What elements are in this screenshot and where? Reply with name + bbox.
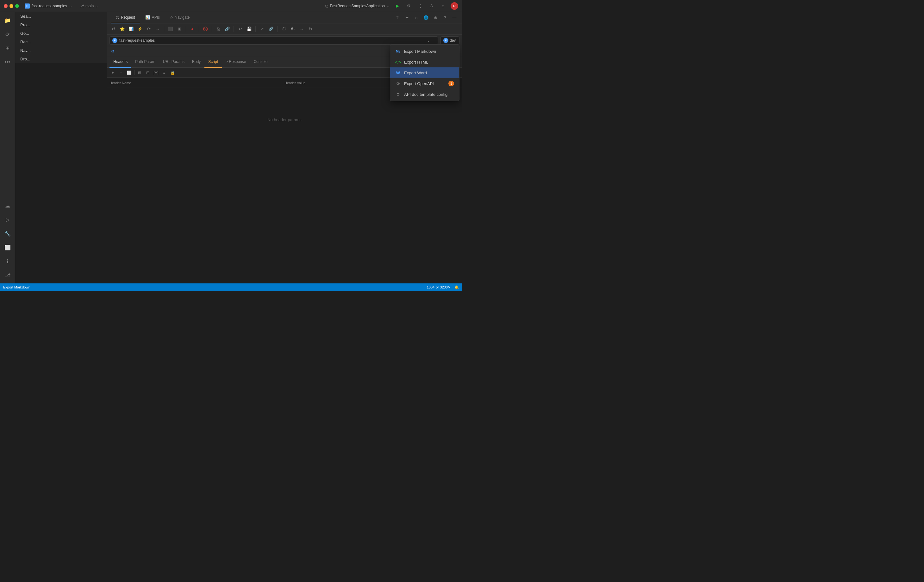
export-word-label: Export Word [404,71,427,75]
more-button[interactable]: ⋮ [416,2,424,10]
star-icon[interactable]: ⭐ [118,25,126,33]
globe-icon[interactable]: 🌐 [422,14,430,21]
brackets-icon[interactable]: [H] [153,69,159,76]
search-icon2[interactable]: ⌕ [412,14,420,21]
status-export-label[interactable]: Export Markdown [3,285,30,289]
git-icon[interactable]: ⎇ [2,269,13,281]
tab-apis[interactable]: 📊 APIs [140,12,165,23]
chart-icon[interactable]: 📊 [127,25,135,33]
minus-icon[interactable]: — [450,14,458,21]
more-dots-icon[interactable]: ••• [2,56,13,68]
align-icon[interactable]: ≡ [161,69,167,76]
project-selector[interactable]: F fast-request-samples ⌄ [109,36,438,45]
sidebar-item-dro[interactable]: Dro... [15,55,107,63]
add-header-icon[interactable]: + [109,69,116,76]
app-name: ◎ FastRequestSamplesApplication ⌄ [325,4,390,8]
settings-icon[interactable]: ⚙ [405,2,412,10]
ban-icon[interactable]: 🚫 [201,25,209,33]
help-icon[interactable]: ? [394,14,401,21]
save-icon[interactable]: 💾 [245,25,253,33]
tab-body[interactable]: Body [188,56,205,68]
tab-headers[interactable]: Headers [109,56,131,68]
api-doc-template-item[interactable]: ⚙ API doc template config [390,89,459,100]
sidebar-item-nav[interactable]: Nav... [15,46,107,55]
sidebar-item-go[interactable]: Go... [15,29,107,38]
tab-console[interactable]: Console [250,56,271,68]
status-notifications[interactable]: 🔔 [454,285,459,289]
cloud-icon[interactable]: ☁ [2,200,13,211]
grid2-icon[interactable]: ⊟ [145,69,151,76]
terminal-icon[interactable]: ⬜ [2,242,13,253]
md-icon[interactable]: M↓ [289,25,297,33]
help2-icon[interactable]: ? [441,14,449,21]
undo-icon[interactable]: ↩ [236,25,244,33]
grid-icon[interactable]: ⊞ [176,25,183,33]
explorer-icon[interactable]: 📁 [2,15,13,26]
script-gear-icon[interactable]: ⚙ [109,48,116,54]
sidebar-item-pro[interactable]: Pro... [15,21,107,29]
status-line[interactable]: 1064 of 3200M [427,285,450,289]
play-icon[interactable]: ▷ [2,214,13,225]
refresh2-icon[interactable]: ↻ [307,25,314,33]
tab-navigate[interactable]: ◇ Navigate [165,12,195,23]
close-button[interactable] [4,4,8,8]
translate-icon[interactable]: A [428,2,436,10]
layers-icon[interactable]: ⊕ [432,14,439,21]
link-icon[interactable]: 🔗 [223,25,231,33]
lightning-icon[interactable]: ⚡ [136,25,144,33]
api-doc-template-label: API doc template config [404,92,447,97]
export-html-item[interactable]: </> Export HTML [390,57,459,68]
source-control-icon[interactable]: ⟳ [2,28,13,40]
app-chevron[interactable]: ⌄ [387,4,390,8]
project-url-label: fast-request-samples [119,38,155,43]
sidebar-item-search[interactable]: Sea... [15,12,107,21]
project-chevron[interactable]: ⌄ [69,4,72,8]
env-selector[interactable]: F dev [441,36,459,45]
tab-url-params[interactable]: URL Params [159,56,188,68]
tool-icon[interactable]: 🔧 [2,228,13,239]
project-label[interactable]: F fast-request-samples ⌄ [25,3,72,8]
sep2 [186,26,186,32]
export-icon[interactable]: ↗ [258,25,266,33]
search-icon[interactable]: ⌕ [439,2,447,10]
export-word-item[interactable]: W Export Word [390,68,459,78]
tab-script[interactable]: Script [205,56,222,68]
export-openapi-icon: ⟳ [395,81,401,86]
export-html-icon: </> [395,59,401,65]
request-tab-label: Request [121,15,135,20]
link2-icon[interactable]: 🔗 [267,25,275,33]
env-icon: F [443,38,449,43]
sidebar-item-rec[interactable]: Rec... [15,38,107,46]
arrow2-icon[interactable]: → [298,25,305,33]
stop-icon[interactable]: ⬛ [167,25,174,33]
maximize-button[interactable] [15,4,19,8]
branch-label[interactable]: ⎇ main ⌄ [80,4,98,8]
export-openapi-item[interactable]: ⟳ Export OpenAPI 1 [390,78,459,89]
lock-icon[interactable]: 🔒 [169,69,176,76]
sparkle-icon[interactable]: ✦ [403,14,411,21]
copy-icon[interactable]: ⎘ [214,25,222,33]
square-icon[interactable]: ⬜ [126,69,132,76]
sep1 [164,26,164,32]
loop-icon[interactable]: ⟳ [145,25,152,33]
export-markdown-item[interactable]: M↓ Export Markdown [390,46,459,57]
branch-chevron[interactable]: ⌄ [95,4,98,8]
request-tab-icon: ◎ [116,15,119,20]
remove-header-icon[interactable]: − [118,69,124,76]
tab-path-param[interactable]: Path Param [131,56,159,68]
refresh-icon[interactable]: ↺ [109,25,117,33]
minimize-button[interactable] [10,4,13,8]
columns-icon[interactable]: ⊞ [136,69,143,76]
info-icon[interactable]: ℹ [2,256,13,267]
request-tab-bar: ◎ Request 📊 APIs ◇ Navigate ? ✦ ⌕ 🌐 ⊕ [107,12,462,23]
status-export-text: Export Markdown [3,285,30,289]
extensions-icon[interactable]: ⊞ [2,42,13,54]
timer-icon[interactable]: ⏱ [280,25,288,33]
tab-request[interactable]: ◎ Request [111,12,140,23]
run-button[interactable]: ▶ [394,2,401,10]
export-markdown-icon: M↓ [395,48,401,54]
tab-response[interactable]: > Response [222,56,250,68]
arrow-icon[interactable]: → [154,25,162,33]
color-icon[interactable]: ● [188,25,196,33]
profile-icon[interactable]: R [450,2,458,10]
